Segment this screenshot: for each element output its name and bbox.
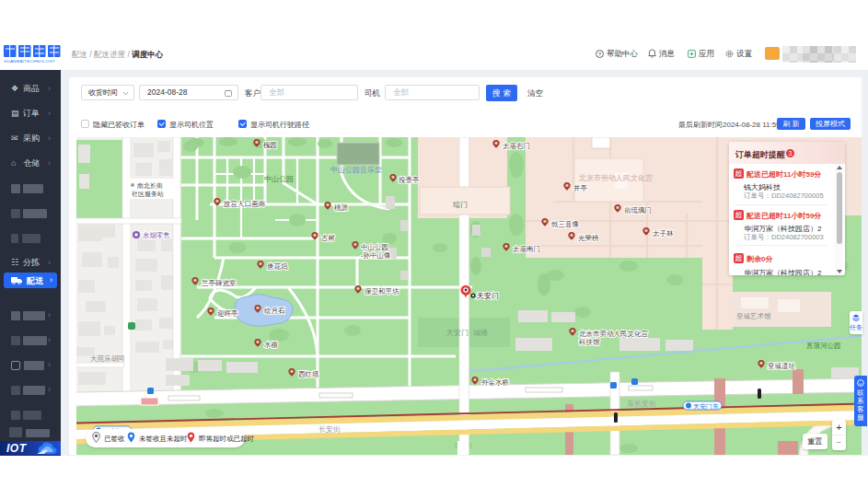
svg-text:槐园: 槐园 <box>263 141 277 149</box>
svg-text:?: ? <box>598 52 602 57</box>
svg-text:古树: 古树 <box>321 234 336 242</box>
svg-text:保卫和平坊: 保卫和平坊 <box>365 287 399 296</box>
svg-text:-孙中山像: -孙中山像 <box>361 251 391 260</box>
svg-text:桃源: 桃源 <box>334 203 349 212</box>
svg-text:社区服务站: 社区服务站 <box>132 191 164 198</box>
svg-text:天安门: 天安门 <box>477 292 499 300</box>
svg-text:唐花坞: 唐花坞 <box>267 262 288 271</box>
svg-text:皇城遗址: 皇城遗址 <box>768 362 796 370</box>
svg-text:外金水桥: 外金水桥 <box>481 378 510 387</box>
svg-text:前琉璃门: 前琉璃门 <box>624 206 652 215</box>
svg-text:故宫人口画廊: 故宫人口画廊 <box>224 200 266 208</box>
svg-text:迎晖亭: 迎晖亭 <box>217 309 238 318</box>
svg-text:长安街: 长安街 <box>318 425 341 434</box>
svg-text:西红墙: 西红墙 <box>298 370 319 378</box>
svg-text:绘月石: 绘月石 <box>264 307 285 315</box>
svg-text:北京市劳动人民文化宫: 北京市劳动人民文化宫 <box>578 174 653 182</box>
svg-text:GUANMAITECHNOLOGY: GUANMAITECHNOLOGY <box>4 59 55 64</box>
svg-text:中山公园: 中山公园 <box>264 175 294 183</box>
svg-text:端门: 端门 <box>453 201 468 209</box>
svg-text:天安门 ·城楼: 天安门 ·城楼 <box>446 329 488 337</box>
svg-text:太子林: 太子林 <box>653 229 674 238</box>
svg-text:太庙南门: 太庙南门 <box>513 245 540 253</box>
svg-text:菖蒲河公园: 菖蒲河公园 <box>806 342 841 350</box>
svg-text:科技馆: 科技馆 <box>578 338 600 346</box>
svg-text:投壶亭: 投壶亭 <box>398 176 420 184</box>
svg-text:太庙右门: 太庙右门 <box>503 142 530 150</box>
svg-text:水榭: 水榭 <box>263 341 279 349</box>
svg-text:东长安街: 东长安街 <box>627 400 656 408</box>
svg-text:天安门东: 天安门东 <box>693 403 719 410</box>
svg-text:戟三音像: 戟三音像 <box>551 220 580 228</box>
svg-text:中山公园: 中山公园 <box>361 243 388 251</box>
svg-text:光荣榜: 光荣榜 <box>578 234 599 242</box>
svg-text:南北长街: 南北长街 <box>137 182 163 190</box>
svg-text:井亭: 井亭 <box>573 184 587 192</box>
svg-text:兰亭碑览室: 兰亭碑览室 <box>202 279 237 287</box>
svg-text:大苑乐胡同: 大苑乐胡同 <box>90 354 125 363</box>
svg-text:京烟零售: 京烟零售 <box>143 231 170 239</box>
svg-text:北京市劳动人民文化宫: 北京市劳动人民文化宫 <box>579 330 648 338</box>
svg-text:中山公园音乐堂: 中山公园音乐堂 <box>330 166 382 174</box>
svg-text:皇城艺术馆: 皇城艺术馆 <box>736 312 771 320</box>
